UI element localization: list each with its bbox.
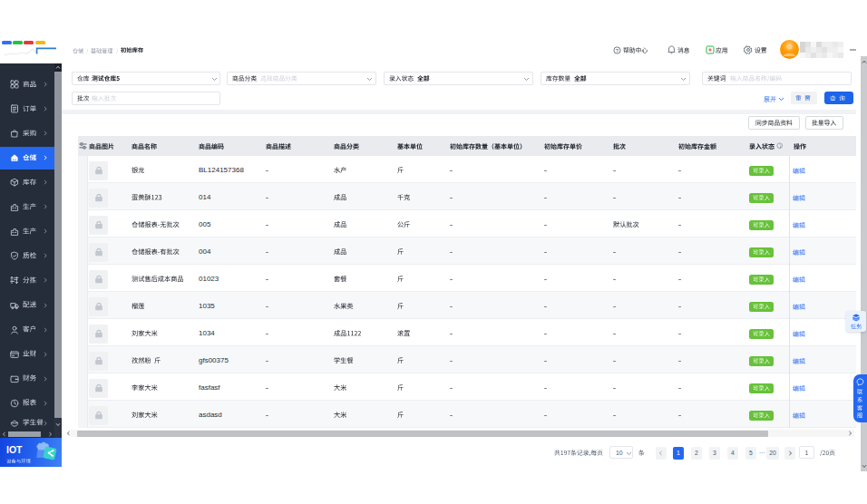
svg-text:?: ? xyxy=(616,48,619,53)
